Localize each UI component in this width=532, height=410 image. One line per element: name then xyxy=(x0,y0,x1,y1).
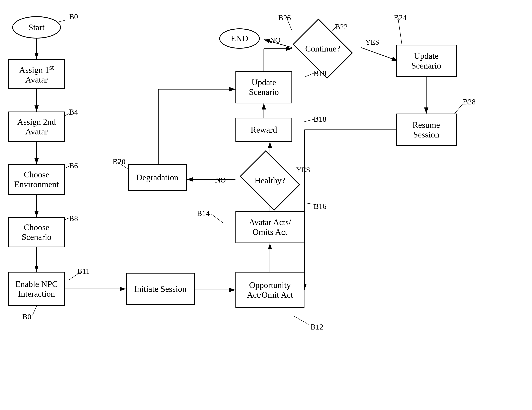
assign1-label: Assign 1stAvatar xyxy=(19,64,54,85)
choose-env-label: ChooseEnvironment xyxy=(14,170,59,189)
svg-line-28 xyxy=(294,316,309,324)
label-b0-bottom: B0 xyxy=(22,312,31,321)
healthy-diamond-container: Healthy? xyxy=(230,157,310,204)
label-b22: B22 xyxy=(335,22,348,31)
choose-scenario-label: ChooseScenario xyxy=(22,222,52,242)
choose-scenario-node: ChooseScenario xyxy=(8,217,65,247)
continue-diamond-container: Continue? xyxy=(284,25,361,72)
label-b24: B24 xyxy=(394,13,407,22)
label-b14: B14 xyxy=(197,209,210,218)
flowchart-diagram: YES NO YES NO Start Assign 1stAvatar Ass… xyxy=(0,0,532,410)
initiate-session-label: Initiate Session xyxy=(134,284,187,294)
reward-label: Reward xyxy=(251,125,277,135)
svg-text:NO: NO xyxy=(270,36,281,44)
svg-text:YES: YES xyxy=(365,38,379,46)
label-b8: B8 xyxy=(69,214,78,223)
start-node: Start xyxy=(12,16,61,38)
resume-session-label: ResumeSession xyxy=(412,120,440,139)
label-b6: B6 xyxy=(69,161,78,170)
label-b18: B18 xyxy=(314,115,326,124)
assign-2nd-avatar-node: Assign 2ndAvatar xyxy=(8,111,65,142)
resume-session-node: ResumeSession xyxy=(396,114,457,146)
end-label: END xyxy=(231,34,248,43)
start-label: Start xyxy=(28,22,44,32)
update-scenario-b24-label: UpdateScenario xyxy=(411,51,441,71)
opportunity-act-label: OpportunityAct/Omit Act xyxy=(247,280,293,300)
opportunity-act-node: OpportunityAct/Omit Act xyxy=(236,272,304,308)
update-scenario-b24-node: UpdateScenario xyxy=(396,45,457,77)
label-b20: B20 xyxy=(113,157,125,166)
label-b11: B11 xyxy=(77,267,90,275)
svg-line-18 xyxy=(361,48,398,61)
reward-node: Reward xyxy=(236,118,292,142)
label-b26: B26 xyxy=(278,13,291,22)
label-b16: B16 xyxy=(314,202,326,211)
enable-npc-node: Enable NPCInteraction xyxy=(8,272,65,306)
label-b12: B12 xyxy=(311,322,323,331)
avatar-acts-label: Avatar Acts/Omits Act xyxy=(249,217,291,237)
initiate-session-node: Initiate Session xyxy=(126,273,195,305)
update-scenario-b19-node: UpdateScenario xyxy=(236,71,292,103)
svg-text:NO: NO xyxy=(215,176,226,184)
healthy-diamond-label: Healthy? xyxy=(230,157,310,204)
svg-line-27 xyxy=(32,306,37,315)
continue-diamond-label: Continue? xyxy=(284,25,361,72)
end-node: END xyxy=(219,28,260,49)
assign-1st-avatar-node: Assign 1stAvatar xyxy=(8,59,65,89)
enable-npc-label: Enable NPCInteraction xyxy=(15,279,58,299)
update-scenario-b19-label: UpdateScenario xyxy=(249,77,279,97)
choose-environment-node: ChooseEnvironment xyxy=(8,164,65,195)
label-b19: B19 xyxy=(314,69,326,78)
degradation-node: Degradation xyxy=(128,164,187,191)
label-b4: B4 xyxy=(69,108,78,116)
degradation-label: Degradation xyxy=(136,173,178,182)
label-b28: B28 xyxy=(463,97,475,106)
avatar-acts-node: Avatar Acts/Omits Act xyxy=(236,211,304,243)
assign2-label: Assign 2ndAvatar xyxy=(17,117,56,137)
label-b0-top: B0 xyxy=(69,12,78,21)
svg-line-29 xyxy=(211,214,223,223)
